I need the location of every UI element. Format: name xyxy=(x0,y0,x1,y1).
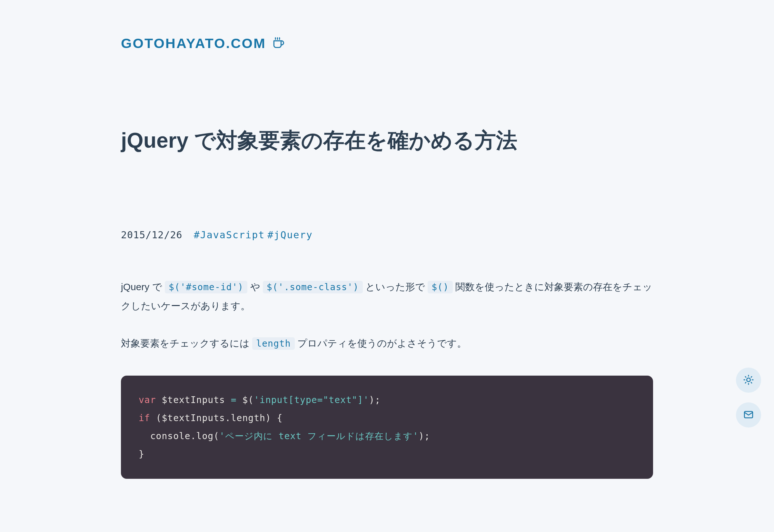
tag-javascript[interactable]: #JavaScript xyxy=(194,229,265,241)
svg-line-11 xyxy=(751,376,752,377)
token-paren: ); xyxy=(419,431,430,441)
inline-code: $() xyxy=(428,281,453,293)
text: といった形で xyxy=(363,281,428,292)
code-block: var $textInputs = $('input[type="text"]'… xyxy=(121,376,653,479)
token-indent xyxy=(139,431,150,441)
article-meta: 2015/12/26 #JavaScript #jQuery xyxy=(121,229,653,241)
float-buttons xyxy=(736,368,761,428)
token-brace: } xyxy=(139,449,144,459)
mail-icon xyxy=(743,409,754,421)
token-func: log xyxy=(196,431,214,441)
inline-code: $('#some-id') xyxy=(165,281,247,293)
coffee-icon xyxy=(272,37,284,50)
token-dot: . xyxy=(191,431,196,441)
token-var: $textInputs xyxy=(162,413,225,423)
token-func: console xyxy=(150,431,191,441)
token-paren: ( xyxy=(248,395,254,405)
token-op: = xyxy=(231,395,243,405)
paragraph-1: jQuery で $('#some-id') や $('.some-class'… xyxy=(121,278,653,315)
text: プロパティを使うのがよさそうです。 xyxy=(295,338,467,349)
code-line-2: if ($textInputs.length) { xyxy=(139,409,635,427)
site-title-link[interactable]: GOTOHAYATO.COM xyxy=(121,35,266,51)
tag-jquery[interactable]: #jQuery xyxy=(267,229,313,241)
text: jQuery で xyxy=(121,281,165,292)
svg-line-6 xyxy=(745,376,746,377)
code-line-3: console.log('ページ内に text フィールドは存在します'); xyxy=(139,427,635,445)
token-var: $textInputs xyxy=(156,395,231,405)
text: や xyxy=(247,281,263,292)
sun-icon xyxy=(743,374,754,386)
site-header: GOTOHAYATO.COM xyxy=(121,35,653,51)
article-date: 2015/12/26 xyxy=(121,229,183,241)
token-paren: ( xyxy=(213,431,219,441)
token-keyword: var xyxy=(139,395,156,405)
article-title: jQuery で対象要素の存在を確かめる方法 xyxy=(121,125,653,155)
inline-code: $('.some-class') xyxy=(263,281,363,293)
token-prop: length xyxy=(231,413,265,423)
contact-button[interactable] xyxy=(736,402,761,428)
svg-line-10 xyxy=(745,382,746,383)
token-keyword: if xyxy=(139,413,150,423)
svg-line-7 xyxy=(751,382,752,383)
token-paren: ( xyxy=(150,413,162,423)
code-line-4: } xyxy=(139,445,635,463)
article-content: jQuery で $('#some-id') や $('.some-class'… xyxy=(121,278,653,479)
token-string: 'input[type="text"]' xyxy=(254,395,369,405)
svg-point-3 xyxy=(747,378,750,381)
inline-code: length xyxy=(252,337,294,350)
text: 対象要素をチェックするには xyxy=(121,338,252,349)
token-paren: ) { xyxy=(265,413,283,423)
token-dot: . xyxy=(225,413,231,423)
code-line-1: var $textInputs = $('input[type="text"]'… xyxy=(139,391,635,409)
token-paren: ); xyxy=(369,395,381,405)
article-tags: #JavaScript #jQuery xyxy=(194,229,313,241)
paragraph-2: 対象要素をチェックするには length プロパティを使うのがよさそうです。 xyxy=(121,334,653,353)
token-string: 'ページ内に text フィールドは存在します' xyxy=(219,431,419,441)
theme-toggle-button[interactable] xyxy=(736,368,761,393)
token-func: $ xyxy=(242,395,248,405)
